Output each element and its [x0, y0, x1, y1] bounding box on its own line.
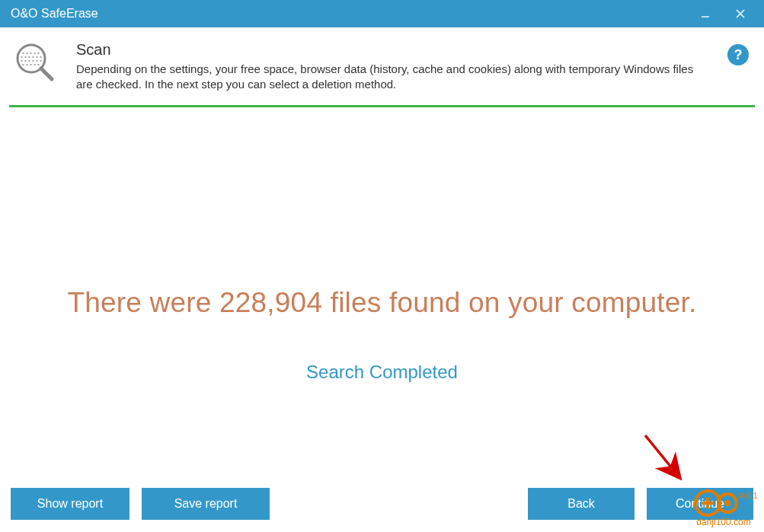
annotation-arrow-icon	[639, 429, 692, 490]
window-titlebar: O&O SafeErase	[0, 0, 764, 27]
save-report-button[interactable]: Save report	[142, 488, 270, 520]
result-summary: There were 228,904 files found on your c…	[0, 287, 764, 319]
page-description: Depending on the settings, your free spa…	[76, 62, 701, 93]
main-content: There were 228,904 files found on your c…	[0, 107, 764, 383]
scan-icon	[14, 41, 56, 87]
minimize-button[interactable]	[688, 3, 723, 24]
footer-actions: Show report Save report Back Continue	[0, 488, 764, 520]
page-header: Scan Depending on the settings, your fre…	[0, 27, 764, 105]
help-button[interactable]: ?	[727, 44, 749, 65]
back-button[interactable]: Back	[528, 488, 635, 520]
show-report-button[interactable]: Show report	[11, 488, 129, 520]
page-title: Scan	[76, 41, 727, 59]
window-title: O&O SafeErase	[11, 7, 98, 21]
continue-button[interactable]: Continue	[647, 488, 753, 520]
svg-line-4	[41, 68, 52, 79]
status-text: Search Completed	[0, 362, 764, 383]
close-button[interactable]	[723, 3, 758, 24]
help-icon: ?	[734, 47, 743, 63]
svg-line-9	[645, 435, 679, 476]
